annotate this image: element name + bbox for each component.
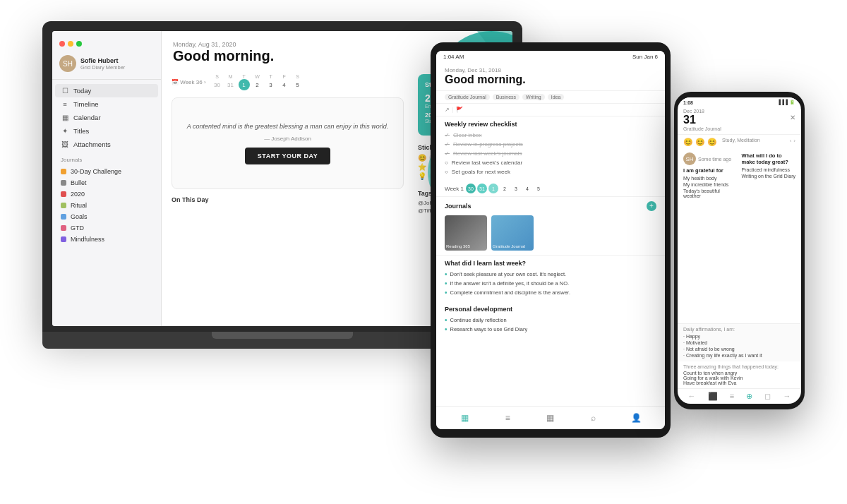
phone-nav-forward[interactable]: → — [783, 392, 791, 401]
tablet-entry-greeting: Good morning. — [445, 73, 656, 86]
day-col: F 4 — [279, 74, 290, 90]
list-item: • Complete commitment and discipline is … — [445, 288, 656, 297]
day-col: S 30 — [212, 74, 223, 90]
phone-entry-date: Dec 2018 — [683, 109, 704, 114]
nav-grid-icon[interactable]: ▦ — [457, 411, 471, 425]
phone-nav-back[interactable]: ← — [688, 392, 696, 401]
personal-dev-section: Personal development • Continue daily re… — [436, 301, 665, 338]
checkmark-icon: ✓ — [445, 141, 450, 148]
phone-header: Dec 2018 31 ✕ Gratitude Journal — [678, 107, 801, 135]
minimize-button[interactable] — [68, 41, 73, 47]
phone-entry-day: 31 — [683, 114, 704, 126]
tablet-week-row: Week 1 30 31 1 2 3 4 5 — [436, 181, 665, 197]
day-col-today: T 1 — [239, 74, 250, 90]
tablet-content: Monday, Dec 31, 2018 Good morning. Grati… — [436, 63, 665, 406]
journals-title: Journals — [445, 203, 471, 210]
checklist-item: ○ Review last week's calendar — [445, 158, 656, 167]
tablet-date: Sun Jan 6 — [632, 54, 658, 60]
journal-dot — [61, 236, 66, 242]
list-item: • Research ways to use Grid Diary — [445, 325, 656, 334]
journal-item-goals[interactable]: Goals — [52, 211, 161, 222]
sidebar-item-today[interactable]: ☐ Today — [55, 84, 158, 97]
tablet-journal-tag: Gratitude Journal — [445, 94, 490, 100]
list-item: • If the answer isn't a definite yes, it… — [445, 279, 656, 288]
tablet: 1:04 AM Sun Jan 6 Monday, Dec 31, 2018 G… — [431, 42, 671, 438]
nav-person-icon[interactable]: 👤 — [630, 411, 644, 425]
phone-time: 1:08 — [683, 100, 693, 105]
quote-author: — Joseph Addison — [264, 136, 311, 142]
what-did-title: What did I learn last week? — [445, 260, 656, 267]
sidebar-item-timeline[interactable]: ≡ Timeline — [52, 97, 161, 111]
day-col: M 31 — [225, 74, 236, 90]
journal-thumb-gratitude[interactable]: Gratitude Journal — [491, 215, 534, 251]
tablet-entry-date: Monday, Dec 31, 2018 — [445, 67, 656, 73]
user-name: Sofie Hubert — [80, 57, 154, 64]
journal-label: Gratitude Journal — [493, 244, 532, 249]
maximize-button[interactable] — [76, 41, 82, 47]
list-item: • Continue daily reflection — [445, 316, 656, 325]
phone-avatar: SH — [683, 152, 696, 165]
journal-item-bullet[interactable]: Bullet — [52, 177, 161, 188]
phone-journal-label: Gratitude Journal — [683, 126, 795, 131]
tablet-week-top: ↗ 🚩 — [436, 104, 665, 116]
phone-bottom-nav: ← ⬛ ≡ ⊕ ◻ → — [678, 388, 801, 404]
tablet-screen: 1:04 AM Sun Jan 6 Monday, Dec 31, 2018 G… — [436, 51, 665, 429]
phone-nav-add[interactable]: ⊕ — [746, 392, 752, 401]
journal-thumb-reading[interactable]: Reading 365 — [445, 215, 487, 251]
phone-col1-title: I am grateful for — [683, 167, 738, 174]
phone-col-right: What will I do to make today great? Prac… — [742, 152, 796, 320]
sidebar-item-titles[interactable]: ✦ Titles — [52, 124, 161, 138]
timeline-icon: ≡ — [61, 100, 69, 108]
checklist-title: Weekly review checklist — [445, 121, 656, 128]
titles-icon: ✦ — [61, 127, 69, 135]
checklist-item: ✓ Clear inbox — [445, 131, 656, 140]
week-label: 📅 Week 36 › — [172, 79, 206, 85]
circle-icon: ○ — [445, 160, 448, 166]
circle-icon: ○ — [445, 169, 448, 175]
tablet-time: 1:04 AM — [443, 54, 464, 60]
journal-item-2020[interactable]: 2020 — [52, 188, 161, 200]
nav-list-icon[interactable]: ≡ — [500, 411, 515, 425]
week-days: 30 31 1 2 3 4 5 — [466, 184, 543, 193]
add-journal-button[interactable]: + — [647, 201, 656, 211]
today-icon: ☐ — [61, 87, 69, 95]
day-col: T 3 — [265, 74, 277, 90]
nav-calendar-icon[interactable]: ▦ — [543, 411, 558, 425]
sidebar-item-attachments[interactable]: 🖼 Attachments — [52, 138, 161, 151]
on-this-day: On This Day — [172, 196, 404, 203]
phone-two-cols: Three amazing things that happened today… — [678, 361, 801, 388]
quote-card: A contented mind is the greatest blessin… — [172, 97, 404, 189]
sidebar-item-calendar[interactable]: ▦ Calendar — [52, 111, 161, 124]
personal-dev-title: Personal development — [445, 306, 656, 313]
phone-affirmations: Daily affirmations, I am: · Happy · Moti… — [678, 323, 801, 361]
phone-nav-square[interactable]: ◻ — [764, 392, 771, 401]
journal-item-ritual[interactable]: Ritual — [52, 200, 161, 211]
close-button[interactable] — [59, 41, 65, 47]
journal-label: Reading 365 — [446, 244, 486, 249]
journal-item-mindfulness[interactable]: Mindfulness — [52, 234, 161, 245]
phone-col-left: SH Some time ago I am grateful for My he… — [683, 152, 738, 320]
checkmark-icon: ✓ — [445, 132, 450, 138]
list-item: • Don't seek pleasure at your own cost. … — [445, 270, 656, 279]
what-did-section: What did I learn last week? • Don't seek… — [436, 256, 665, 301]
checklist-item: ✓ Review in-progress projects — [445, 140, 656, 149]
phone-stickers: 😊 😊 😊 Study, Meditation ‹ › — [678, 135, 801, 150]
start-day-button[interactable]: START YOUR DAY — [245, 148, 330, 164]
journal-dot — [61, 225, 66, 231]
phone-content: SH Some time ago I am grateful for My he… — [678, 150, 801, 323]
phone-nav-list[interactable]: ≡ — [730, 392, 734, 401]
tablet-tag-business: Business — [493, 94, 519, 100]
phone: 1:08 ▐▐▐ 🔋 Dec 2018 31 ✕ Gratitude Journ… — [674, 92, 805, 409]
study-label: Study, Meditation — [722, 138, 760, 147]
tablet-status-bar: 1:04 AM Sun Jan 6 — [436, 51, 665, 63]
journal-item-gtd[interactable]: GTD — [52, 222, 161, 234]
week1-label: Week 1 — [445, 186, 464, 192]
phone-nav-grid[interactable]: ⬛ — [708, 392, 718, 401]
day-col: S 5 — [292, 74, 304, 90]
checkmark-icon: ✓ — [445, 150, 450, 157]
day-col: W 2 — [252, 74, 263, 90]
nav-search-icon[interactable]: ⌕ — [587, 411, 601, 425]
journal-item-30day[interactable]: 30-Day Challenge — [52, 166, 161, 177]
user-section: SH Sofie Hubert Grid Diary Member — [52, 52, 161, 80]
user-role: Grid Diary Member — [80, 64, 154, 71]
